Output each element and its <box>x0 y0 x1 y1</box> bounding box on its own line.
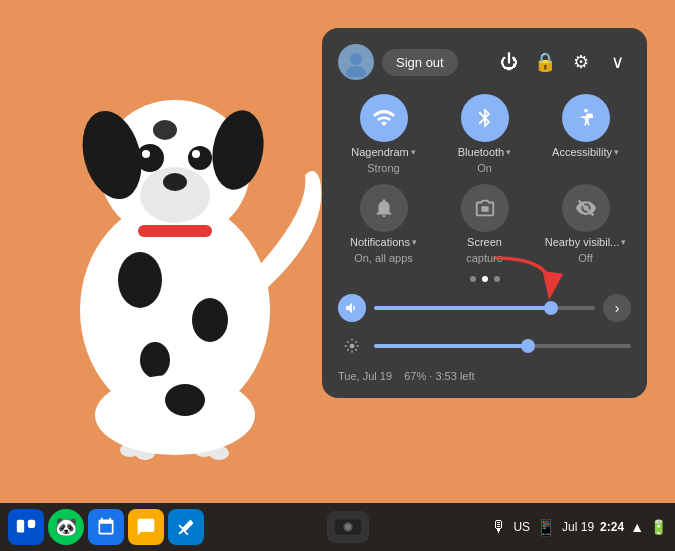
collapse-button[interactable]: ∨ <box>603 48 631 76</box>
volume-track[interactable] <box>374 306 595 310</box>
toggle-item-bluetooth: Bluetooth ▾ On <box>439 94 530 174</box>
brightness-fill <box>374 344 528 348</box>
wifi-sublabel: Strong <box>367 162 399 174</box>
dot-2[interactable] <box>482 276 488 282</box>
svg-point-23 <box>350 53 362 65</box>
wifi-toggle[interactable] <box>360 94 408 142</box>
lock-button[interactable]: 🔒 <box>531 48 559 76</box>
toggle-item-wifi: Nagendram ▾ Strong <box>338 94 429 174</box>
nearby-label-row: Nearby visibil... ▾ <box>545 236 627 248</box>
brightness-thumb[interactable] <box>521 339 535 353</box>
screen-capture-toggle[interactable] <box>461 184 509 232</box>
taskbar-app-trello[interactable] <box>8 509 44 545</box>
volume-fill <box>374 306 551 310</box>
notifications-toggle[interactable] <box>360 184 408 232</box>
bluetooth-label: Bluetooth <box>458 146 504 158</box>
avatar[interactable] <box>338 44 374 80</box>
taskbar-time: 2:24 <box>600 520 624 534</box>
notifications-label: Notifications <box>350 236 410 248</box>
toggle-item-accessibility: Accessibility ▾ <box>540 94 631 174</box>
settings-button[interactable]: ⚙ <box>567 48 595 76</box>
nearby-sublabel: Off <box>578 252 592 264</box>
app-launcher[interactable] <box>327 511 369 543</box>
nearby-label: Nearby visibil... <box>545 236 620 248</box>
dot-1[interactable] <box>470 276 476 282</box>
brightness-slider-row <box>338 332 631 360</box>
brightness-icon <box>338 332 366 360</box>
volume-icon[interactable] <box>338 294 366 322</box>
taskbar-right: 🎙 US 📱 Jul 19 2:24 ▲ 🔋 <box>491 518 667 537</box>
toggle-item-screen-capture: Screen capture <box>439 184 530 264</box>
svg-rect-29 <box>17 520 24 533</box>
svg-point-11 <box>118 252 162 308</box>
status-date: Tue, Jul 19 <box>338 370 392 382</box>
svg-rect-10 <box>138 225 212 237</box>
taskbar-app-vscode[interactable] <box>168 509 204 545</box>
bluetooth-toggle[interactable] <box>461 94 509 142</box>
notifications-label-row: Notifications ▾ <box>350 236 417 248</box>
toggle-item-notifications: Notifications ▾ On, all apps <box>338 184 429 264</box>
svg-point-13 <box>140 342 170 378</box>
mic-icon[interactable]: 🎙 <box>491 518 507 536</box>
svg-point-16 <box>153 120 177 140</box>
locale-label[interactable]: US <box>513 520 530 534</box>
bluetooth-sublabel: On <box>477 162 492 174</box>
svg-point-33 <box>345 524 351 530</box>
toggle-item-nearby: Nearby visibil... ▾ Off <box>540 184 631 264</box>
svg-point-12 <box>192 298 228 342</box>
brightness-track[interactable] <box>374 344 631 348</box>
header-icons: ⏻ 🔒 ⚙ ∨ <box>495 48 631 76</box>
svg-point-7 <box>192 150 200 158</box>
svg-point-25 <box>584 109 588 113</box>
volume-thumb[interactable] <box>544 301 558 315</box>
qs-status: Tue, Jul 19 67% · 3:53 left <box>338 370 631 382</box>
svg-point-3 <box>163 173 187 191</box>
taskbar-app-panda[interactable]: 🐼 <box>48 509 84 545</box>
bluetooth-label-row: Bluetooth ▾ <box>458 146 511 158</box>
svg-rect-26 <box>481 206 488 212</box>
svg-point-6 <box>188 146 212 170</box>
accessibility-label-row: Accessibility ▾ <box>552 146 619 158</box>
wifi-label-row: Nagendram ▾ <box>351 146 415 158</box>
volume-next-button[interactable]: › <box>603 294 631 322</box>
qs-header: Sign out ⏻ 🔒 ⚙ ∨ <box>338 44 631 80</box>
taskbar-date: Jul 19 <box>562 520 594 534</box>
taskbar-app-calendar[interactable] <box>88 509 124 545</box>
notifications-sublabel: On, all apps <box>354 252 413 264</box>
svg-rect-30 <box>28 520 35 528</box>
accessibility-label: Accessibility <box>552 146 612 158</box>
status-battery: 67% · 3:53 left <box>404 370 474 382</box>
battery-status-icon: 🔋 <box>650 519 667 535</box>
screen-capture-label: Screen <box>467 236 502 248</box>
wifi-status-icon: ▲ <box>630 519 644 535</box>
toggle-grid: Nagendram ▾ Strong Bluetooth ▾ On <box>338 94 631 264</box>
dog-illustration <box>10 10 340 480</box>
taskbar-center <box>327 511 369 543</box>
page-dots <box>338 276 631 282</box>
wifi-label: Nagendram <box>351 146 408 158</box>
svg-point-5 <box>142 150 150 158</box>
svg-point-24 <box>346 66 366 77</box>
volume-slider-row: › <box>338 294 631 322</box>
sign-out-button[interactable]: Sign out <box>382 49 458 76</box>
nearby-visibility-toggle[interactable] <box>562 184 610 232</box>
taskbar-app-notes[interactable] <box>128 509 164 545</box>
dot-3[interactable] <box>494 276 500 282</box>
phone-icon[interactable]: 📱 <box>536 518 556 537</box>
screen-capture-sublabel: capture <box>466 252 503 264</box>
power-button[interactable]: ⏻ <box>495 48 523 76</box>
accessibility-toggle[interactable] <box>562 94 610 142</box>
quick-settings-panel: Sign out ⏻ 🔒 ⚙ ∨ Nagendram ▾ Strong <box>322 28 647 398</box>
svg-point-22 <box>165 384 205 416</box>
taskbar: 🐼 🎙 US 📱 Jul 19 2:24 ▲ <box>0 503 675 551</box>
